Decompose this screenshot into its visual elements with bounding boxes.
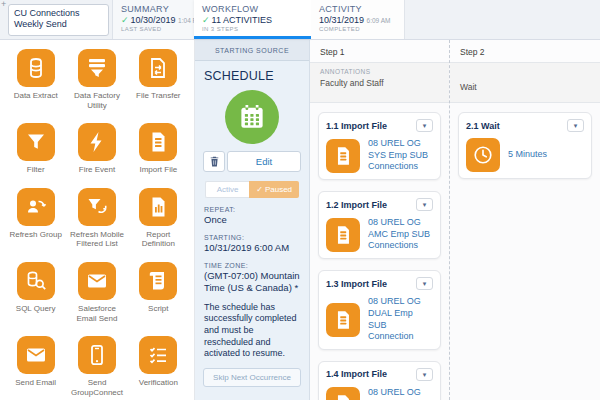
activity-name[interactable]: 08 UREL OG AMC Emp SUB Connections: [368, 217, 433, 252]
palette-item-label: Report Definition: [129, 230, 188, 249]
check-icon: ✓: [256, 185, 263, 194]
activity-name[interactable]: 08 UREL OG DUAL Emp SUB Connection: [368, 296, 433, 343]
palette-item-salesforce-email-send[interactable]: Salesforce Email Send: [67, 262, 126, 323]
activity-time: 6:09 AM: [367, 17, 391, 24]
activity-name[interactable]: 08 UREL OG UCB Emp SUB Connections: [368, 387, 433, 400]
activity-card[interactable]: 2.1 Wait▾5 Minutes: [458, 112, 592, 179]
steps-canvas: Step 1ANNOTATIONSFaculty and Staff1.1 Im…: [310, 40, 600, 400]
palette-item-refresh-mobile-filtered-list[interactable]: Refresh Mobile Filtered List: [67, 188, 126, 249]
tab-workflow[interactable]: WORKFLOW ✓11 ACTIVITIES IN 3 STEPS: [194, 0, 311, 39]
header-bar: + CU Connections Weekly Send SUMMARY ✓10…: [0, 0, 600, 40]
palette-item-data-factory-utility[interactable]: Data Factory Utility: [67, 49, 126, 110]
step-header: Step 1: [310, 40, 449, 63]
tab-label: ACTIVITY: [319, 4, 396, 14]
timezone-label: TIME ZONE:: [204, 262, 300, 269]
starting-source-header: STARTING SOURCE: [195, 40, 309, 61]
import-file-icon: [139, 123, 177, 161]
activity-card[interactable]: 1.1 Import File▾08 UREL OG SYS Emp SUB C…: [318, 112, 441, 180]
step-header: Step 2: [450, 40, 600, 63]
activity-card[interactable]: 1.2 Import File▾08 UREL OG AMC Emp SUB C…: [318, 191, 441, 259]
expand-icon[interactable]: +: [1, 0, 6, 9]
activity-card-title: 1.1 Import File: [326, 121, 387, 131]
palette-item-label: Import File: [139, 165, 177, 175]
palette-item-report-definition[interactable]: Report Definition: [129, 188, 188, 249]
schedule-calendar-icon[interactable]: [225, 90, 279, 144]
palette-item-import-file[interactable]: Import File: [129, 123, 188, 175]
edit-schedule-button[interactable]: Edit: [227, 151, 301, 172]
tab-label: WORKFLOW: [202, 4, 303, 14]
last-saved-date: 10/30/2019: [131, 15, 176, 25]
activity-date: 10/31/2019: [319, 15, 364, 25]
starting-label: STARTING:: [204, 234, 300, 241]
palette-item-label: Salesforce Email Send: [67, 304, 126, 323]
tab-activity[interactable]: ACTIVITY 10/31/2019 6:09 AM COMPLETED: [311, 0, 405, 39]
step-column-1: Step 1ANNOTATIONSFaculty and Staff1.1 Im…: [310, 40, 449, 400]
data-factory-utility-icon: [78, 49, 116, 87]
paused-toggle-button[interactable]: ✓Paused: [249, 181, 299, 198]
check-icon: ✓: [202, 15, 210, 25]
schedule-status-message: The schedule has successfully completed …: [204, 302, 300, 360]
starting-value: 10/31/2019 6:00 AM: [204, 242, 300, 254]
palette-item-label: File Transfer: [136, 91, 180, 101]
file-transfer-icon: [139, 49, 177, 87]
fire-event-icon: [78, 123, 116, 161]
palette-item-data-extract[interactable]: Data Extract: [6, 49, 65, 110]
palette-item-label: Script: [148, 304, 168, 314]
filter-icon: [17, 123, 55, 161]
activity-card-title: 1.4 Import File: [326, 369, 387, 379]
tab-summary[interactable]: SUMMARY ✓10/30/2019 1:04 PM LAST SAVED: [112, 0, 194, 39]
refresh-mobile-filtered-list-icon: [78, 188, 116, 226]
palette-item-refresh-group[interactable]: Refresh Group: [6, 188, 65, 249]
skip-next-occurrence-button[interactable]: Skip Next Occurrence: [203, 368, 301, 387]
step-annotations[interactable]: ANNOTATIONSFaculty and Staff: [310, 63, 449, 103]
send-email-icon: [17, 336, 55, 374]
automation-title[interactable]: CU Connections Weekly Send: [8, 4, 109, 36]
timezone-value: (GMT-07:00) Mountain Time (US & Canada) …: [204, 270, 300, 294]
automation-studio-app: + CU Connections Weekly Send SUMMARY ✓10…: [0, 0, 600, 400]
check-icon: ✓: [121, 15, 129, 25]
palette-item-script[interactable]: Script: [129, 262, 188, 323]
import-file-icon: [326, 303, 360, 337]
activity-card-title: 2.1 Wait: [466, 121, 500, 131]
card-menu-button[interactable]: ▾: [416, 119, 433, 132]
palette-item-send-email[interactable]: Send Email: [6, 336, 65, 397]
palette-item-fire-event[interactable]: Fire Event: [67, 123, 126, 175]
send-groupconnect-icon: [78, 336, 116, 374]
annotations-label: ANNOTATIONS: [320, 68, 439, 75]
card-menu-button[interactable]: ▾: [416, 368, 433, 381]
palette-item-filter[interactable]: Filter: [6, 123, 65, 175]
palette-item-label: Fire Event: [79, 165, 115, 175]
import-file-icon: [326, 139, 360, 173]
palette-item-label: Refresh Group: [9, 230, 61, 240]
palette-item-send-groupconnect[interactable]: Send GroupConnect: [67, 336, 126, 397]
palette-item-sql-query[interactable]: SQL Query: [6, 262, 65, 323]
tab-sublabel: COMPLETED: [319, 26, 396, 32]
delete-schedule-button[interactable]: [203, 151, 225, 172]
step-annotations[interactable]: Wait: [450, 63, 600, 103]
palette-item-label: Filter: [27, 165, 45, 175]
repeat-value: Once: [204, 214, 300, 226]
card-menu-button[interactable]: ▾: [416, 198, 433, 211]
verification-icon: [139, 336, 177, 374]
card-menu-button[interactable]: ▾: [416, 277, 433, 290]
tab-sublabel: LAST SAVED: [121, 26, 186, 32]
repeat-label: REPEAT:: [204, 206, 300, 213]
sql-query-icon: [17, 262, 55, 300]
starting-source-column: STARTING SOURCE SCHEDULE Edit Active ✓Pa…: [195, 40, 310, 400]
wait-icon: [466, 138, 500, 172]
activity-name[interactable]: 08 UREL OG SYS Emp SUB Connections: [368, 138, 433, 173]
step-cards: 2.1 Wait▾5 Minutes: [450, 103, 600, 188]
script-icon: [139, 262, 177, 300]
activity-name[interactable]: 5 Minutes: [508, 149, 547, 161]
import-file-icon: [326, 218, 360, 252]
activity-card[interactable]: 1.4 Import File▾08 UREL OG UCB Emp SUB C…: [318, 361, 441, 400]
active-toggle-button[interactable]: Active: [205, 181, 249, 198]
card-menu-button[interactable]: ▾: [567, 119, 584, 132]
palette-item-label: Verification: [139, 378, 178, 388]
palette-item-label: Data Factory Utility: [67, 91, 126, 110]
palette-item-file-transfer[interactable]: File Transfer: [129, 49, 188, 110]
palette-item-verification[interactable]: Verification: [129, 336, 188, 397]
activity-card[interactable]: 1.3 Import File▾08 UREL OG DUAL Emp SUB …: [318, 270, 441, 350]
tab-sublabel: IN 3 STEPS: [202, 26, 303, 32]
schedule-title: SCHEDULE: [204, 69, 300, 83]
